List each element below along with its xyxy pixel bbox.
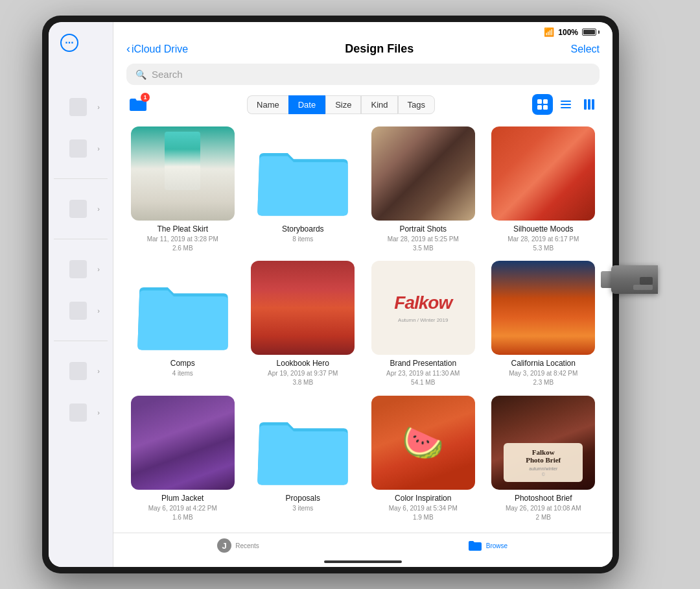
svg-rect-5 bbox=[561, 104, 571, 105]
view-buttons bbox=[532, 94, 600, 115]
chevron-icon-6: › bbox=[97, 367, 100, 375]
home-bar bbox=[324, 560, 402, 563]
file-meta-pleat-skirt: Mar 11, 2019 at 3:28 PM 2.6 MB bbox=[147, 235, 218, 253]
photoshoot-brief-title: FalkowPhoto Brief bbox=[510, 448, 576, 464]
folder-svg-comps bbox=[134, 270, 231, 355]
search-icon: 🔍 bbox=[135, 69, 146, 80]
file-item-proposals[interactable]: Proposals 3 items bbox=[247, 396, 360, 525]
sort-date-button[interactable]: Date bbox=[288, 95, 325, 114]
file-name-color-inspiration: Color Inspiration bbox=[395, 494, 451, 503]
sidebar-item-5[interactable]: › bbox=[54, 294, 108, 328]
file-item-california-location[interactable]: California Location May 3, 2019 at 8:42 … bbox=[487, 261, 600, 390]
file-name-lookbook-hero: Lookbook Hero bbox=[277, 359, 329, 368]
sort-tags-button[interactable]: Tags bbox=[398, 95, 435, 114]
file-name-proposals: Proposals bbox=[286, 494, 320, 503]
battery-icon bbox=[582, 29, 600, 36]
file-meta-silhouette-moods: Mar 28, 2019 at 6:17 PM 5.3 MB bbox=[508, 235, 579, 253]
usb-logo bbox=[640, 277, 653, 285]
grid-icon bbox=[537, 99, 548, 110]
file-meta-storyboards: 8 items bbox=[292, 235, 313, 244]
file-name-plum-jacket: Plum Jacket bbox=[161, 494, 204, 503]
svg-rect-2 bbox=[537, 105, 542, 110]
tab-browse[interactable]: Browse bbox=[363, 538, 612, 553]
folder-badge: 1 bbox=[141, 93, 150, 102]
svg-rect-7 bbox=[584, 99, 587, 110]
sort-name-button[interactable]: Name bbox=[247, 95, 288, 114]
search-bar[interactable]: 🔍 Search bbox=[126, 64, 600, 85]
file-item-color-inspiration[interactable]: 🍉 Color Inspiration May 6, 2019 at 5:34 … bbox=[367, 396, 480, 525]
back-button[interactable]: ‹ iCloud Drive bbox=[126, 42, 188, 56]
file-meta-brand-presentation: Apr 23, 2019 at 11:30 AM 54.1 MB bbox=[386, 369, 460, 387]
sort-buttons: Name Date Size Kind Tags bbox=[155, 95, 527, 114]
file-name-portrait-shots: Portrait Shots bbox=[399, 224, 447, 234]
select-button[interactable]: Select bbox=[571, 43, 600, 55]
file-name-brand-presentation: Brand Presentation bbox=[390, 359, 456, 368]
page-title: Design Files bbox=[345, 42, 414, 56]
tab-bar: J Recents Browse bbox=[113, 533, 612, 562]
file-grid: The Pleat Skirt Mar 11, 2019 at 3:28 PM … bbox=[113, 124, 612, 533]
tab-browse-label: Browse bbox=[486, 542, 508, 549]
svg-rect-3 bbox=[543, 105, 548, 110]
brand-sub: Autumn / Winter 2019 bbox=[398, 317, 448, 323]
browse-folder-icon bbox=[468, 540, 482, 551]
chevron-icon-7: › bbox=[97, 409, 100, 416]
search-placeholder: Search bbox=[152, 69, 183, 80]
file-name-storyboards: Storyboards bbox=[282, 224, 324, 234]
svg-rect-6 bbox=[561, 107, 571, 108]
list-view-button[interactable] bbox=[555, 94, 576, 115]
folder-svg-proposals bbox=[254, 405, 351, 490]
sidebar-item-1[interactable]: › bbox=[54, 90, 108, 124]
usb-body bbox=[611, 265, 658, 294]
photoshoot-brief-copyright: © bbox=[510, 472, 576, 477]
file-item-lookbook-hero[interactable]: Lookbook Hero Apr 19, 2019 at 9:37 PM 3.… bbox=[247, 261, 360, 390]
sort-size-button[interactable]: Size bbox=[325, 95, 361, 114]
sort-kind-button[interactable]: Kind bbox=[361, 95, 397, 114]
file-meta-california-location: May 3, 2019 at 8:42 PM 2.3 MB bbox=[509, 369, 578, 387]
file-meta-photoshoot-brief: May 26, 2019 at 10:08 AM 2 MB bbox=[506, 504, 581, 522]
svg-rect-4 bbox=[561, 101, 571, 102]
folder-icon-button[interactable]: 1 bbox=[126, 93, 150, 116]
ipad-screen: ··· › › › bbox=[49, 22, 612, 567]
photoshoot-brief-sub: autumn/winter bbox=[510, 466, 576, 471]
brand-title: Falkow bbox=[394, 293, 452, 313]
sidebar-item-4[interactable]: › bbox=[54, 252, 108, 286]
file-meta-lookbook-hero: Apr 19, 2019 at 9:37 PM 3.8 MB bbox=[268, 369, 338, 387]
sidebar-item-2[interactable]: › bbox=[54, 132, 108, 165]
sidebar-item-7[interactable]: › bbox=[54, 396, 108, 429]
svg-rect-1 bbox=[543, 99, 548, 104]
file-item-portrait-shots[interactable]: Portrait Shots Mar 28, 2019 at 5:25 PM 3… bbox=[367, 126, 480, 256]
tab-recents-label: Recents bbox=[235, 542, 259, 549]
svg-rect-9 bbox=[592, 99, 594, 110]
column-view-button[interactable] bbox=[579, 94, 600, 115]
file-item-brand-presentation[interactable]: Falkow Autumn / Winter 2019 Brand Presen… bbox=[367, 261, 480, 390]
sidebar-item-6[interactable]: › bbox=[54, 354, 108, 388]
sidebar-menu-button[interactable]: ··· bbox=[60, 34, 78, 52]
chevron-icon-5: › bbox=[97, 307, 100, 315]
chevron-icon-2: › bbox=[97, 145, 100, 152]
usb-drive bbox=[600, 262, 658, 298]
file-meta-plum-jacket: May 6, 2019 at 4:22 PM 1.6 MB bbox=[148, 504, 217, 522]
file-name-photoshoot-brief: Photoshoot Brief bbox=[515, 494, 572, 503]
sidebar: ··· › › › bbox=[49, 22, 113, 567]
svg-rect-8 bbox=[588, 99, 590, 110]
file-name-comps: Comps bbox=[170, 359, 195, 368]
file-item-photoshoot-brief[interactable]: FalkowPhoto Brief autumn/winter © Photos… bbox=[487, 396, 600, 525]
file-item-pleat-skirt[interactable]: The Pleat Skirt Mar 11, 2019 at 3:28 PM … bbox=[126, 126, 239, 256]
columns-icon bbox=[583, 99, 595, 110]
tab-recents[interactable]: J Recents bbox=[113, 538, 363, 553]
battery-percent: 100% bbox=[558, 28, 578, 37]
sidebar-item-3[interactable]: › bbox=[54, 192, 108, 226]
file-item-plum-jacket[interactable]: Plum Jacket May 6, 2019 at 4:22 PM 1.6 M… bbox=[126, 396, 239, 525]
sort-bar: 1 Name Date Size Kind Tags bbox=[113, 93, 612, 124]
chevron-icon-3: › bbox=[97, 205, 100, 213]
ellipsis-icon: ··· bbox=[65, 37, 73, 49]
grid-view-button[interactable] bbox=[532, 94, 553, 115]
file-item-silhouette-moods[interactable]: Silhouette Moods Mar 28, 2019 at 6:17 PM… bbox=[487, 126, 600, 256]
ipad-device: ··· › › › bbox=[42, 16, 619, 573]
chevron-icon-1: › bbox=[97, 103, 100, 111]
folder-svg-storyboards bbox=[254, 136, 351, 221]
file-item-comps[interactable]: Comps 4 items bbox=[126, 261, 239, 390]
wifi-icon: 📶 bbox=[544, 27, 554, 37]
main-content: 📶 100% ‹ iCloud Drive Design bbox=[113, 22, 612, 567]
file-item-storyboards[interactable]: Storyboards 8 items bbox=[247, 126, 360, 256]
